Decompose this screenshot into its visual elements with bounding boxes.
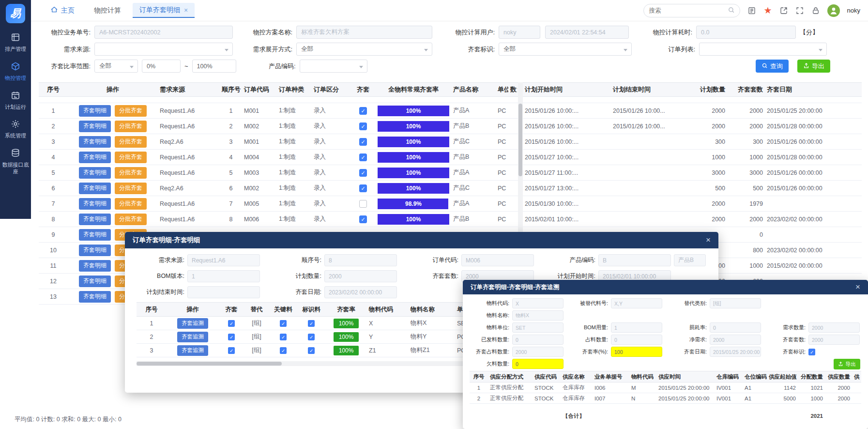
field-input[interactable]: SET [512, 322, 563, 333]
notes-icon[interactable] [747, 6, 756, 15]
field-input[interactable]: M006 [461, 254, 534, 266]
field-input[interactable]: 2000 [324, 270, 397, 282]
scrollbar-thumb[interactable] [518, 104, 522, 176]
kit-detail-button[interactable]: 齐套明细 [79, 167, 111, 179]
field-input[interactable]: 1 [187, 270, 260, 282]
kit-detail-button[interactable]: 齐套明细 [79, 245, 111, 256]
kit-detail-button[interactable]: 齐套明细 [79, 291, 111, 303]
kit-trace-button[interactable]: 齐套追溯 [177, 332, 208, 342]
biz-no-input[interactable]: A6-MCRST202402002 [94, 26, 233, 39]
expand-mode-select[interactable]: 全部 [296, 43, 432, 56]
share-icon[interactable] [779, 6, 788, 15]
field-input[interactable]: 2000 [808, 335, 860, 345]
tab-home[interactable]: 主页 [50, 6, 75, 15]
kitted-checkbox[interactable] [359, 138, 367, 146]
kit-detail-button[interactable]: 齐套明细 [79, 198, 111, 210]
field-input-extra[interactable]: 产品B [674, 254, 706, 266]
field-input[interactable]: X [512, 298, 563, 308]
field-input[interactable]: 100 [611, 347, 662, 357]
field-input[interactable]: 2000 [512, 347, 563, 357]
sidebar-item-system[interactable]: 系统管理 [0, 115, 31, 144]
batch-kit-button[interactable]: 分批齐套 [115, 152, 147, 163]
calc-time-input[interactable]: 2024/02/01 22:54:54 [545, 26, 629, 39]
close-icon[interactable]: × [855, 282, 860, 292]
kit-flag-checkbox[interactable] [808, 349, 815, 355]
kit-detail-button[interactable]: 齐套明细 [79, 183, 111, 194]
flag-checkbox[interactable] [308, 320, 315, 327]
favorite-star-icon[interactable]: ★ [763, 6, 772, 15]
kitted-checkbox[interactable] [228, 334, 235, 340]
kitted-checkbox[interactable] [228, 347, 235, 354]
field-input[interactable]: 0 [710, 322, 761, 333]
field-input[interactable]: 8 [324, 254, 397, 266]
tab-order-kit-detail[interactable]: 订单齐套明细 × [133, 3, 195, 18]
batch-kit-button[interactable]: 分批齐套 [115, 121, 147, 132]
batch-kit-button[interactable]: 分批齐套 [115, 198, 147, 210]
kitted-checkbox[interactable] [228, 320, 235, 327]
kitted-checkbox[interactable] [359, 169, 367, 177]
kit-detail-button[interactable]: 齐套明细 [79, 136, 111, 148]
field-input[interactable]: 2023/02/02 00:00:00 [324, 286, 397, 298]
tab-close-icon[interactable]: × [184, 6, 188, 14]
key-checkbox[interactable] [280, 347, 287, 354]
kitted-checkbox[interactable] [359, 153, 367, 161]
kitted-checkbox[interactable] [359, 123, 367, 130]
user-avatar[interactable] [827, 4, 840, 17]
kit-detail-button[interactable]: 齐套明细 [79, 276, 111, 287]
kit-trace-button[interactable]: 齐套追溯 [177, 318, 208, 329]
field-input[interactable]: 2000 [710, 335, 761, 345]
kit-detail-button[interactable]: 齐套明细 [79, 152, 111, 163]
modal-header[interactable]: 订单齐套明细-齐套明细 × [125, 232, 718, 248]
kitted-checkbox[interactable] [359, 200, 367, 208]
sidebar-item-material-control[interactable]: 物控管理 [0, 57, 31, 86]
sidebar-item-data-base[interactable]: 数据接口底座 [0, 144, 31, 180]
ratio-range-select[interactable]: 全部 [94, 60, 138, 73]
field-input[interactable]: B [598, 254, 671, 266]
field-input[interactable]: 0 [512, 335, 563, 345]
batch-kit-button[interactable]: 分批齐套 [115, 105, 147, 117]
scrollbar-thumb[interactable] [137, 362, 282, 366]
kit-detail-button[interactable]: 齐套明细 [79, 260, 111, 272]
batch-kit-button[interactable]: 分批齐套 [115, 167, 147, 179]
ratio-max-input[interactable]: 100% [192, 60, 236, 73]
batch-kit-button[interactable]: 分批齐套 [115, 136, 147, 148]
lock-icon[interactable] [811, 6, 820, 15]
kit-flag-select[interactable]: 全部 [499, 43, 632, 56]
fullscreen-icon[interactable] [795, 6, 804, 15]
trace-export-button[interactable]: 导出 [834, 359, 860, 369]
kit-detail-button[interactable]: 齐套明细 [79, 214, 111, 225]
field-input[interactable]: 2015/01/25 20:00:00 [710, 347, 761, 357]
tab-material-calc[interactable]: 物控计算 [87, 3, 128, 18]
app-logo[interactable]: 易 [6, 4, 25, 23]
batch-kit-button[interactable]: 分批齐套 [115, 214, 147, 225]
field-input[interactable]: 1 [611, 322, 662, 333]
kit-detail-button[interactable]: 齐套明细 [79, 229, 111, 241]
sidebar-item-plan-run[interactable]: 计划运行 [0, 86, 31, 115]
plan-name-input[interactable]: 标准齐套欠料方案 [296, 26, 432, 39]
close-icon[interactable]: × [706, 235, 711, 245]
field-input[interactable]: 2000 [808, 322, 860, 333]
kit-detail-button[interactable]: 齐套明细 [79, 105, 111, 117]
key-checkbox[interactable] [280, 334, 287, 340]
field-input[interactable]: X,Y [611, 298, 662, 308]
field-input[interactable]: 0 [512, 359, 563, 369]
key-checkbox[interactable] [280, 320, 287, 327]
product-code-select[interactable] [300, 60, 367, 73]
field-input[interactable]: Request1.A6 [187, 254, 260, 266]
export-button[interactable]: 导出 [797, 60, 830, 73]
demand-source-select[interactable] [94, 43, 233, 56]
field-input[interactable] [187, 286, 260, 298]
field-input[interactable]: [组] [710, 298, 761, 308]
calc-user-input[interactable]: noky [499, 26, 540, 39]
sidebar-item-scheduling[interactable]: 排产管理 [0, 28, 31, 57]
query-button[interactable]: 查询 [756, 60, 789, 73]
field-input[interactable]: 0 [611, 335, 662, 345]
ratio-min-input[interactable]: 0% [142, 60, 181, 73]
flag-checkbox[interactable] [308, 347, 315, 354]
kitted-checkbox[interactable] [359, 107, 367, 115]
kit-trace-button[interactable]: 齐套追溯 [177, 345, 208, 356]
kitted-checkbox[interactable] [359, 184, 367, 192]
search-input[interactable] [649, 7, 728, 14]
batch-kit-button[interactable]: 分批齐套 [115, 183, 147, 194]
modal-header[interactable]: 订单齐套明细-齐套明细-齐套追溯 × [463, 280, 868, 294]
